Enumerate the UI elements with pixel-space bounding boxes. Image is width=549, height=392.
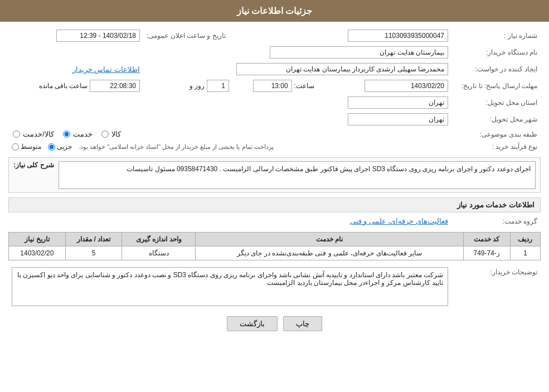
col-row-header: ردیف (510, 233, 540, 246)
need-number-value: 1103093935000047 (318, 27, 451, 44)
deadline-time-cell: ساعت: 13:00 (232, 78, 318, 94)
purchase-motawaset-option: متوسط (12, 143, 41, 151)
print-button[interactable]: چاپ (283, 316, 322, 331)
deadline-days-cell: 1 روز و (143, 78, 232, 94)
announce-value: 1403/02/18 - 12:39 (8, 27, 143, 44)
col-qty-header: تعداد / مقدار (65, 233, 122, 246)
table-row: 1ز-74-749سایر فعالیت‌های حرفه‌ای، علمی و… (9, 246, 541, 260)
delivery-city-box: تهران (348, 113, 448, 125)
announce-label: تاریخ و ساعت اعلان عمومی: (143, 27, 232, 44)
header-title: جزئیات اطلاعات نیاز (237, 6, 313, 16)
delivery-province-label: استان محل تحویل: (451, 94, 541, 111)
table-cell-date: 1403/02/20 (9, 246, 66, 260)
purchase-jozii-label: جزیی (57, 143, 72, 151)
delivery-province-value: تهران (8, 94, 451, 111)
col-date-header: تاریخ نیاز (9, 233, 66, 246)
buyer-org-value: بیمارستان هدایت تهران (8, 44, 451, 61)
deadline-days-box: 1 (207, 80, 229, 92)
creator-value: محمدرضا سهیلی ارشدی کاربرداز بیمارستان ه… (143, 61, 451, 78)
buyer-desc-text: شرکت معتبر باشد دارای استاندارد و تاییدی… (17, 271, 443, 287)
deadline-time-box: 13:00 (253, 80, 292, 92)
category-kala-khadamat-label: کالا/خدمت (23, 130, 54, 138)
creator-label: ایجاد کننده در خواست: (451, 61, 541, 78)
announce-box: 1403/02/18 - 12:39 (56, 30, 140, 42)
table-cell-name: سایر فعالیت‌های حرفه‌ای، علمی و فنی طبقه… (196, 246, 463, 260)
delivery-province-box: تهران (348, 96, 448, 109)
page-wrapper: جزئیات اطلاعات نیاز شماره نیاز : 1103093… (0, 0, 549, 392)
delivery-city-value: تهران (8, 111, 451, 128)
back-button[interactable]: بازگشت (227, 316, 278, 331)
narration-value: اجرای دوعدد دکتور و اجرای برنامه ریزی رو… (127, 165, 531, 173)
service-group-link[interactable]: فعالیت‌های حرفه‌ای، علمی و فنی (350, 217, 448, 225)
purchase-jozii-option: جزیی (48, 143, 72, 151)
contact-link[interactable]: اطلاعات تماس خریدار (72, 65, 140, 74)
category-khadamat-label: خدمت (73, 130, 93, 138)
purchase-motawaset-label: متوسط (21, 143, 41, 151)
col-name-header: نام خدمت (196, 233, 463, 246)
need-number-label: شماره نیاز : (451, 27, 541, 44)
deadline-remaining-cell: 22:08:30 ساعت باقی مانده (8, 78, 143, 94)
buyer-desc-label: توضیحات خریدار: (451, 265, 541, 308)
category-kala-option: کالا (100, 130, 121, 138)
narration-section: شرح کلی نیاز: اجرای دوعدد دکتور و اجرای … (8, 157, 541, 193)
category-kala-khadamat-radio[interactable] (13, 130, 20, 138)
table-cell-code: ز-74-749 (463, 246, 510, 260)
deadline-remaining-label: ساعت باقی مانده (39, 82, 88, 90)
category-kala-radio[interactable] (101, 130, 109, 138)
deadline-label: مهلت ارسال پاسخ: تا تاریخ: (451, 78, 541, 94)
deadline-date-cell: 1403/02/20 (318, 78, 451, 94)
purchase-motawaset-radio[interactable] (12, 143, 19, 151)
purchase-jozii-radio[interactable] (48, 143, 55, 151)
buyer-org-box: بیمارستان هدایت تهران (270, 46, 448, 59)
deadline-time-label: ساعت: (294, 82, 314, 90)
service-group-value: فعالیت‌های حرفه‌ای، علمی و فنی (8, 215, 451, 228)
delivery-city-label: شهر محل تحویل: (451, 111, 541, 128)
col-code-header: کد خدمت (463, 233, 510, 246)
purchase-note: پرداخت تمام یا بخشی از مبلغ خریدار از مح… (79, 143, 274, 151)
service-group-label: گروه خدمت: (451, 215, 541, 228)
info-table: شماره نیاز : 1103093935000047 تاریخ و سا… (8, 27, 541, 153)
contact-link-cell: اطلاعات تماس خریدار (8, 61, 143, 78)
category-label: طبقه بندی موضوعی: (451, 128, 541, 141)
table-cell-row: 1 (510, 246, 540, 260)
category-khadamat-option: خدمت (62, 130, 93, 138)
buyer-org-label: نام دستگاه خریدار: (451, 44, 541, 61)
category-kala-label: کالا (111, 130, 121, 138)
deadline-days-label: روز و (190, 82, 205, 90)
service-group-table: گروه خدمت: فعالیت‌های حرفه‌ای، علمی و فن… (8, 215, 541, 228)
table-cell-qty: 5 (65, 246, 122, 260)
deadline-remaining-box: 22:08:30 (90, 80, 140, 92)
col-unit-header: واحد اندازه گیری (122, 233, 196, 246)
need-number-box: 1103093935000047 (348, 30, 448, 42)
narration-label: شرح کلی نیاز: (13, 161, 54, 169)
category-kala-khadamat-option: کالا/خدمت (12, 130, 54, 138)
buyer-desc-box: شرکت معتبر باشد دارای استاندارد و تاییدی… (12, 267, 448, 306)
narration-box: اجرای دوعدد دکتور و اجرای برنامه ریزی رو… (59, 161, 536, 189)
page-header: جزئیات اطلاعات نیاز (0, 0, 549, 22)
main-content: شماره نیاز : 1103093935000047 تاریخ و سا… (0, 22, 549, 342)
creator-box: محمدرضا سهیلی ارشدی کاربرداز بیمارستان ه… (236, 63, 448, 75)
btn-row: چاپ بازگشت (8, 316, 541, 331)
buyer-desc-table: توضیحات خریدار: شرکت معتبر باشد دارای اس… (8, 265, 541, 308)
category-radios: کالا/خدمت خدمت کالا (8, 128, 451, 141)
category-khadamat-radio[interactable] (63, 130, 70, 138)
services-section-title: اطلاعات خدمات مورد نیاز (8, 197, 541, 212)
buyer-desc-value: شرکت معتبر باشد دارای استاندارد و تاییدی… (8, 265, 451, 308)
deadline-date-box: 1403/02/20 (365, 80, 448, 92)
purchase-type-area: متوسط جزیی پرداخت تمام یا بخشی از مبلغ خ… (8, 141, 451, 153)
table-cell-unit: دستگاه (122, 246, 196, 260)
purchase-type-label: نوع فرآیند خرید : (451, 141, 541, 153)
services-table: ردیف کد خدمت نام خدمت واحد اندازه گیری ت… (8, 232, 541, 260)
